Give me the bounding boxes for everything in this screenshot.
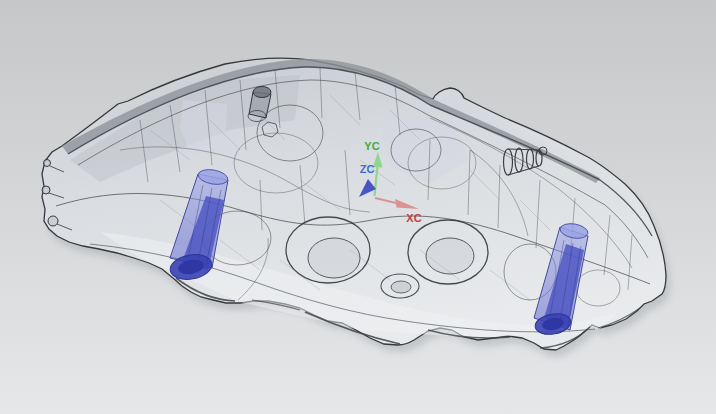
bore-ellipse [426, 238, 474, 274]
pad-window-left [180, 100, 227, 153]
mounting-hole [48, 216, 58, 226]
triad-x-label: XC [406, 212, 421, 224]
triad-z-label: ZC [360, 163, 375, 175]
bore-ellipse [391, 281, 411, 293]
bore-ellipse [308, 238, 360, 278]
bolt-head [253, 87, 271, 98]
mounting-hole [44, 160, 51, 167]
cad-canvas[interactable]: YC ZC XC [0, 0, 716, 414]
cad-viewport: YC ZC XC [0, 0, 716, 414]
triad-y-label: YC [364, 140, 379, 152]
mounting-hole [42, 186, 50, 194]
